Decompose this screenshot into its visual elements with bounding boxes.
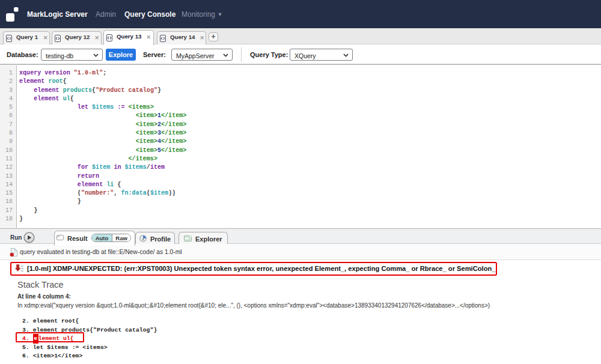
svg-text:01: 01	[21, 270, 23, 272]
